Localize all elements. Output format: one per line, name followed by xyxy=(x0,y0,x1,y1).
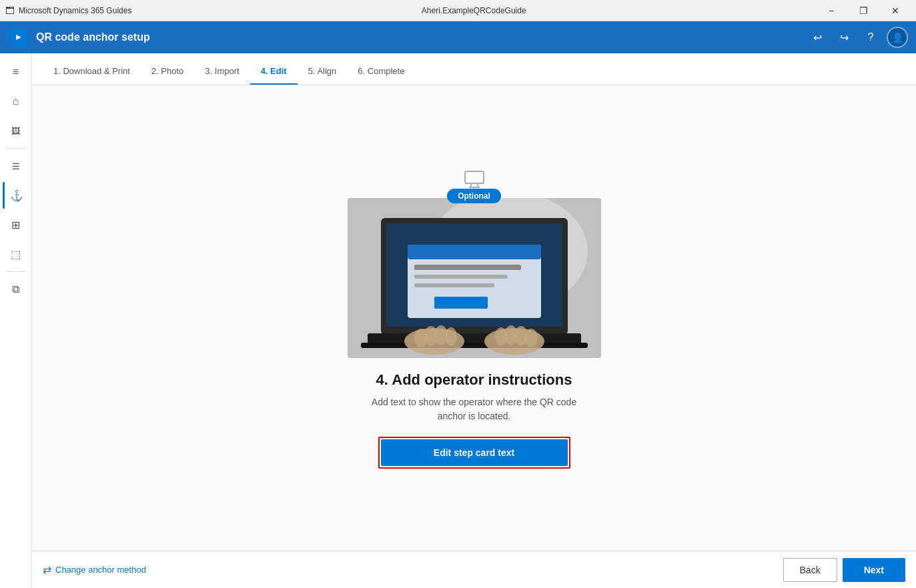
help-button[interactable]: ? xyxy=(860,27,881,48)
step-description: Add text to show the operator where the … xyxy=(368,395,581,423)
svg-rect-14 xyxy=(434,297,488,309)
svg-rect-16 xyxy=(361,343,588,348)
redo-button[interactable]: ↪ xyxy=(833,27,855,48)
footer: ⇄ Change anchor method Back Next xyxy=(32,551,916,588)
home-icon: ⌂ xyxy=(13,95,19,107)
user-avatar[interactable]: 👤 xyxy=(887,27,908,48)
change-anchor-link[interactable]: ⇄ Change anchor method xyxy=(43,563,146,576)
app-header-right: ↩ ↪ ? 👤 xyxy=(807,27,908,48)
sidebar-item-list[interactable]: ☰ xyxy=(3,153,29,179)
main-layout: ≡ ⌂ 🖼 ☰ ⚓ ⊞ ⬚ ⧉ 1. Download & Print 2. xyxy=(0,53,916,588)
tab-edit[interactable]: 4. Edit xyxy=(250,58,298,85)
illustration-container: Optional xyxy=(348,170,601,358)
footer-buttons: Back Next xyxy=(783,558,905,582)
document-title: Aheri.ExampleQRCodeGuide xyxy=(422,6,526,15)
tab-download[interactable]: 1. Download & Print xyxy=(43,58,141,85)
app-icon: 🗔 xyxy=(5,5,15,16)
sidebar-item-home[interactable]: ⌂ xyxy=(3,88,29,115)
edit-button-container: Edit step card text xyxy=(381,439,568,466)
next-button[interactable]: Next xyxy=(843,558,905,582)
step-content: Optional xyxy=(32,85,916,551)
app-header: QR code anchor setup ↩ ↪ ? 👤 xyxy=(0,21,916,53)
back-button[interactable]: Back xyxy=(783,558,837,582)
sidebar-item-menu[interactable]: ≡ xyxy=(3,59,29,85)
minimize-button[interactable]: − xyxy=(816,0,847,21)
content-area: 1. Download & Print 2. Photo 3. Import 4… xyxy=(32,53,916,588)
tab-photo[interactable]: 2. Photo xyxy=(141,58,194,85)
svg-rect-1 xyxy=(465,171,484,183)
app-title: QR code anchor setup xyxy=(36,31,150,43)
undo-button[interactable]: ↩ xyxy=(807,27,828,48)
sidebar-item-grid[interactable]: ⊞ xyxy=(3,211,29,238)
grid-icon: ⊞ xyxy=(11,219,20,231)
restore-button[interactable]: ❐ xyxy=(848,0,879,21)
app-name: Microsoft Dynamics 365 Guides xyxy=(19,6,131,15)
change-anchor-label: Change anchor method xyxy=(55,565,146,575)
svg-rect-12 xyxy=(414,275,508,279)
menu-icon: ≡ xyxy=(13,66,19,78)
svg-rect-13 xyxy=(414,283,494,287)
optional-badge: Optional xyxy=(447,189,501,203)
sidebar-divider-1 xyxy=(6,148,26,149)
tab-align[interactable]: 5. Align xyxy=(298,58,348,85)
sidebar-divider-2 xyxy=(6,271,26,272)
svg-rect-15 xyxy=(368,333,581,344)
layout-icon: ⬚ xyxy=(11,248,21,261)
tab-complete[interactable]: 6. Complete xyxy=(347,58,415,85)
svg-point-26 xyxy=(524,329,538,347)
app-header-left: QR code anchor setup xyxy=(8,27,150,48)
sidebar-item-layout[interactable]: ⬚ xyxy=(3,241,29,267)
window-controls: − ❐ ✕ xyxy=(816,0,911,21)
title-bar-left: 🗔 Microsoft Dynamics 365 Guides xyxy=(5,5,131,16)
title-bar: 🗔 Microsoft Dynamics 365 Guides Aheri.Ex… xyxy=(0,0,916,21)
sidebar: ≡ ⌂ 🖼 ☰ ⚓ ⊞ ⬚ ⧉ xyxy=(0,53,32,588)
anchor-method-icon: ⇄ xyxy=(43,563,51,576)
step-title: 4. Add operator instructions xyxy=(376,371,572,389)
tabs-bar: 1. Download & Print 2. Photo 3. Import 4… xyxy=(32,53,916,85)
tab-import[interactable]: 3. Import xyxy=(194,58,250,85)
image-icon: 🖼 xyxy=(11,126,20,136)
edit-step-card-button[interactable]: Edit step card text xyxy=(381,439,568,466)
svg-point-22 xyxy=(445,327,457,346)
svg-rect-11 xyxy=(414,265,521,270)
close-button[interactable]: ✕ xyxy=(880,0,911,21)
sidebar-item-image[interactable]: 🖼 xyxy=(3,117,29,144)
copy-icon: ⧉ xyxy=(12,283,19,295)
svg-rect-10 xyxy=(408,245,541,259)
app-logo xyxy=(8,27,29,48)
anchor-icon: ⚓ xyxy=(10,189,23,202)
sidebar-item-copy[interactable]: ⧉ xyxy=(3,276,29,303)
laptop-illustration xyxy=(348,198,601,358)
list-icon: ☰ xyxy=(12,161,20,171)
dynamics-logo-icon xyxy=(11,29,27,45)
sidebar-item-anchor[interactable]: ⚓ xyxy=(3,182,29,209)
